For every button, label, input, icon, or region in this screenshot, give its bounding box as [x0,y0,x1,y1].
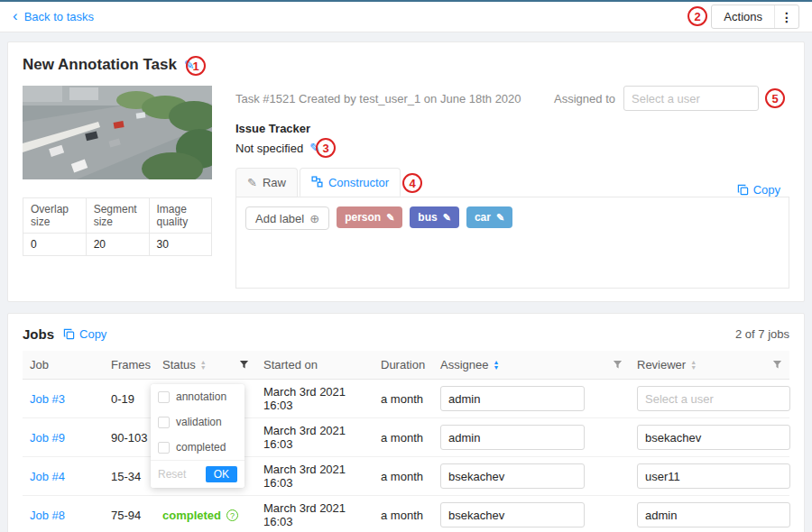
segment-size-header: Segment size [86,198,149,234]
reviewer-cell [630,418,789,457]
more-actions-icon[interactable]: ⋮ [775,10,798,24]
column-assignee[interactable]: Assignee ▲▼ [433,351,630,380]
callout-4: 4 [402,173,422,193]
reviewer-cell [630,380,789,418]
tab-constructor-label: Constructor [328,176,389,189]
duration-cell: a month [374,496,433,532]
started-cell: March 3rd 2021 16:03 [256,457,374,496]
started-cell: March 3rd 2021 16:03 [256,418,374,457]
job-row-3: Job #3 0-19 March 3rd 2021 16:03 a month [23,380,789,418]
label-chip-bus[interactable]: bus ✎ [410,206,459,228]
job-9-link[interactable]: Job #9 [30,431,65,445]
column-assignee-label: Assignee [440,358,488,371]
filter-option-completed[interactable]: completed [151,435,245,460]
reviewer-cell [630,457,789,496]
column-started-on: Started on [256,351,374,380]
job-9-assignee-input[interactable] [440,425,585,450]
filter-option-annotation-label: annotation [176,390,226,403]
job-cell: Job #9 [23,418,104,457]
job-row-9: Job #9 90-103 March 3rd 2021 16:03 a mon… [23,418,789,457]
copy-jobs-link[interactable]: Copy [63,327,106,341]
back-link-label: Back to tasks [24,10,94,23]
job-9-reviewer-input[interactable] [637,425,790,450]
job-3-link[interactable]: Job #3 [30,392,65,406]
column-reviewer[interactable]: Reviewer ▲▼ [630,351,789,380]
task-assignee-input[interactable] [623,86,759,111]
image-quality-header: Image quality [149,198,211,234]
filter-option-completed-label: completed [176,441,226,454]
pencil-icon: ✎ [247,177,257,188]
status-filter-icon[interactable] [239,360,249,370]
started-cell: March 3rd 2021 16:03 [256,380,374,418]
task-thumbnail [23,86,212,179]
actions-button[interactable]: Actions ⋮ [711,5,799,29]
frames-cell: 75-94 [104,496,155,532]
assignee-cell [433,418,630,457]
assignee-sort-carets[interactable]: ▲▼ [493,360,499,371]
job-cell: Job #4 [23,457,104,496]
back-chevron-icon: ‹ [13,8,18,23]
checkbox-annotation[interactable] [158,391,170,403]
labels-editor-tabs: ✎ Raw Constructor [235,168,401,197]
reviewer-cell [630,496,789,532]
assigned-to-label: Assigned to [554,92,615,105]
column-started-on-label: Started on [263,358,318,371]
overlap-size-header: Overlap size [23,198,87,234]
checkbox-validation[interactable] [158,417,170,428]
callout-3: 3 [316,138,336,158]
job-8-assignee-input[interactable] [440,502,585,527]
jobs-count: 2 of 7 jobs [735,327,789,341]
job-3-assignee-input[interactable] [440,386,585,411]
column-reviewer-label: Reviewer [637,358,686,371]
callout-2: 2 [687,6,707,26]
status-help-icon[interactable]: ? [226,509,238,521]
task-meta-text: Task #1521 Created by test_user_1 on Jun… [235,92,521,105]
job-4-assignee-input[interactable] [440,463,585,489]
traffic-scene-image [23,86,212,179]
column-frames: Frames [104,351,155,380]
label-chip-person[interactable]: person ✎ [337,206,402,228]
job-8-link[interactable]: Job #8 [30,509,65,522]
copy-jobs-label: Copy [79,327,106,341]
started-cell: March 3rd 2021 16:03 [256,496,374,532]
status-sort-carets[interactable]: ▲▼ [200,360,207,371]
column-duration: Duration [374,351,433,380]
image-quality-value: 30 [149,234,211,256]
callout-5: 5 [765,88,785,108]
add-label-button[interactable]: Add label ⊕ [245,206,329,230]
tab-constructor[interactable]: Constructor [300,168,401,197]
add-label-label: Add label [255,212,304,225]
labels-constructor-panel: Add label ⊕ person ✎ bus ✎ car ✎ [235,197,789,289]
frames-cell: 0-19 [104,380,155,418]
reviewer-sort-carets[interactable]: ▲▼ [690,360,697,371]
jobs-title: Jobs [23,326,54,342]
copy-icon [63,328,75,340]
overlap-size-value: 0 [23,234,87,256]
column-status[interactable]: Status ▲▼ [155,351,256,380]
filter-ok-button[interactable]: OK [206,466,237,482]
reviewer-filter-icon[interactable] [772,360,782,370]
edit-label-icon[interactable]: ✎ [443,212,451,224]
label-chip-person-name: person [345,211,381,224]
assignee-filter-icon[interactable] [613,360,623,370]
job-4-link[interactable]: Job #4 [30,470,65,483]
back-to-tasks-link[interactable]: ‹ Back to tasks [13,10,94,23]
filter-option-validation[interactable]: validation [151,409,245,435]
copy-labels-link[interactable]: Copy [737,183,780,197]
tab-raw[interactable]: ✎ Raw [235,168,298,197]
job-8-reviewer-input[interactable] [637,502,790,527]
jobs-table: Job Frames Status ▲▼ [23,351,789,532]
column-job: Job [23,351,104,380]
edit-label-icon[interactable]: ✎ [496,212,504,224]
filter-option-annotation[interactable]: annotation [151,384,245,409]
job-4-reviewer-input[interactable] [637,463,790,489]
label-chip-car[interactable]: car ✎ [466,206,512,228]
label-chip-bus-name: bus [418,211,437,224]
checkbox-completed[interactable] [158,442,170,454]
copy-labels-label: Copy [753,183,780,197]
issue-tracker-label: Issue Tracker [235,122,789,135]
job-3-reviewer-input[interactable] [637,386,790,411]
tab-raw-label: Raw [263,176,286,189]
filter-reset-button[interactable]: Reset [158,468,186,481]
edit-label-icon[interactable]: ✎ [386,212,394,224]
